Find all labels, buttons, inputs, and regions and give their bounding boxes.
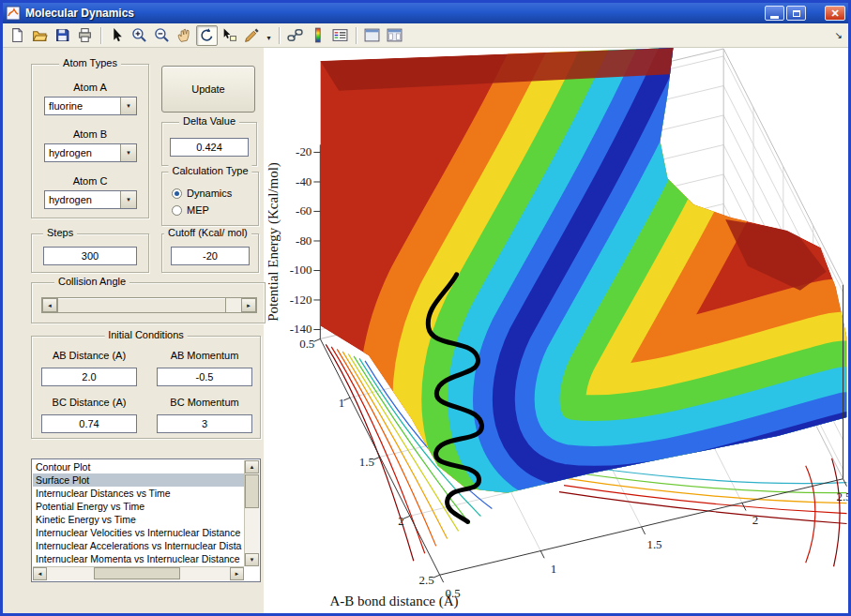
atom-b-select[interactable]: hydrogen ▼ bbox=[44, 143, 137, 162]
calculation-type-legend: Calculation Type bbox=[168, 165, 251, 176]
zoom-in-button[interactable] bbox=[129, 25, 150, 46]
arrow-up-icon: ▲ bbox=[250, 464, 255, 470]
app-icon bbox=[6, 6, 21, 21]
atom-b-selected-value: hydrogen bbox=[45, 144, 120, 161]
brush-data-button[interactable] bbox=[241, 25, 263, 46]
title-bar[interactable]: Molecular Dynamics ✕ bbox=[3, 3, 848, 23]
list-item[interactable]: Potential Energy vs Time bbox=[33, 500, 244, 513]
horizontal-scrollbar[interactable]: ◄ ► bbox=[33, 566, 244, 580]
open-file-button[interactable] bbox=[29, 25, 51, 46]
cutoff-legend: Cutoff (Kcal/ mol) bbox=[164, 227, 251, 238]
data-cursor-icon bbox=[221, 27, 237, 43]
atom-c-select[interactable]: hydrogen ▼ bbox=[44, 190, 137, 209]
atom-c-label: Atom C bbox=[32, 175, 148, 187]
cutoff-group: Cutoff (Kcal/ mol) bbox=[161, 233, 259, 273]
atom-a-select[interactable]: fluorine ▼ bbox=[44, 97, 137, 115]
bc-tick: 0.5 bbox=[299, 337, 314, 351]
toolbar-separator bbox=[356, 27, 357, 44]
close-button[interactable]: ✕ bbox=[825, 6, 845, 21]
surface-plot-canvas[interactable]: -20 -40 -60 -80 -100 -120 -140 0.5 1 1.5… bbox=[281, 48, 848, 613]
ab-tick: 1 bbox=[551, 562, 556, 576]
scroll-up-button[interactable]: ▲ bbox=[245, 460, 259, 473]
rotate-3d-button[interactable] bbox=[196, 25, 218, 46]
slider-track[interactable] bbox=[57, 298, 241, 312]
radio-dynamics[interactable]: Dynamics bbox=[172, 188, 232, 199]
toolbar-separator bbox=[100, 27, 101, 44]
scroll-left-button[interactable]: ◄ bbox=[33, 567, 47, 580]
ab-distance-input[interactable] bbox=[41, 368, 137, 386]
save-figure-button[interactable] bbox=[52, 25, 73, 46]
insert-colorbar-button[interactable] bbox=[307, 25, 328, 46]
insert-legend-button[interactable] bbox=[329, 25, 351, 46]
bc-momentum-input[interactable] bbox=[157, 414, 252, 433]
printer-icon bbox=[77, 27, 93, 43]
list-item[interactable]: Internuclear Accelerations vs Internucle… bbox=[33, 539, 244, 552]
ab-tick: 2 bbox=[752, 513, 758, 527]
cutoff-input[interactable] bbox=[171, 247, 250, 265]
zoom-out-icon bbox=[154, 27, 170, 43]
vertical-scroll-thumb[interactable] bbox=[245, 474, 259, 508]
app-window: Molecular Dynamics ✕ ▾ ↘ bbox=[0, 0, 851, 616]
brush-menu-arrow[interactable]: ▾ bbox=[264, 25, 274, 46]
scroll-right-button[interactable]: ► bbox=[230, 567, 244, 580]
minimize-icon bbox=[770, 16, 779, 19]
vertical-scrollbar[interactable]: ▲ ▼ bbox=[244, 460, 259, 566]
steps-input[interactable] bbox=[43, 247, 137, 265]
bc-tick: 2 bbox=[398, 514, 403, 528]
figure-toolbar: ▾ ↘ bbox=[3, 23, 848, 48]
list-item[interactable]: Internuclear Momenta vs Internuclear Dis… bbox=[33, 552, 244, 565]
window-title: Molecular Dynamics bbox=[25, 7, 134, 20]
window-controls: ✕ bbox=[765, 6, 845, 21]
list-item[interactable]: Internuclear Velocities vs Internuclear … bbox=[33, 526, 244, 539]
minimize-button[interactable] bbox=[765, 6, 784, 21]
arrow-right-icon: ► bbox=[246, 303, 251, 308]
delta-value-input[interactable] bbox=[170, 138, 249, 157]
radio-mep[interactable]: MEP bbox=[172, 204, 209, 216]
list-item-selected[interactable]: Surface Plot bbox=[33, 473, 244, 487]
scroll-down-button[interactable]: ▼ bbox=[245, 553, 259, 566]
calculation-type-group: Calculation Type Dynamics MEP bbox=[161, 172, 259, 226]
hide-plot-tools-button[interactable] bbox=[361, 25, 383, 46]
pan-button[interactable] bbox=[174, 25, 195, 46]
new-figure-button[interactable] bbox=[7, 25, 28, 46]
delta-value-legend: Delta Value bbox=[179, 115, 239, 127]
list-item[interactable]: Contour Plot bbox=[33, 460, 244, 473]
update-button[interactable]: Update bbox=[161, 66, 255, 113]
collision-angle-slider[interactable]: ◄ ► bbox=[41, 297, 257, 313]
ab-momentum-input[interactable] bbox=[157, 368, 252, 386]
zoom-out-button[interactable] bbox=[151, 25, 173, 46]
y-axis-label: Potential Energy (Kcal/mol) bbox=[266, 148, 281, 336]
horizontal-scroll-track[interactable] bbox=[47, 567, 230, 580]
z-axis-tick-labels: -20 -40 -60 -80 -100 -120 -140 bbox=[290, 144, 312, 336]
bc-momentum-label: BC Momentum bbox=[149, 397, 260, 408]
link-plot-button[interactable] bbox=[284, 25, 306, 46]
horizontal-scroll-thumb[interactable] bbox=[94, 567, 180, 579]
dynamics-radio-label: Dynamics bbox=[187, 188, 232, 199]
z-tick: -120 bbox=[290, 293, 312, 307]
new-document-icon bbox=[9, 27, 25, 43]
toolbar-overflow-arrow[interactable]: ↘ bbox=[835, 30, 844, 40]
restore-button[interactable] bbox=[786, 6, 806, 21]
chevron-down-icon: ▾ bbox=[266, 34, 270, 42]
show-plot-tools-button[interactable] bbox=[384, 25, 405, 46]
bc-tick: 1.5 bbox=[359, 455, 374, 469]
edit-plot-button[interactable] bbox=[106, 25, 128, 46]
chevron-down-icon: ▼ bbox=[120, 191, 136, 208]
print-figure-button[interactable] bbox=[74, 25, 96, 46]
slider-right-arrow[interactable]: ► bbox=[241, 298, 256, 312]
slider-left-arrow[interactable]: ◄ bbox=[42, 298, 57, 312]
list-item[interactable]: Internuclear Distances vs Time bbox=[33, 487, 244, 500]
slider-thumb[interactable] bbox=[57, 298, 226, 312]
mep-radio-label: MEP bbox=[187, 204, 209, 216]
data-cursor-button[interactable] bbox=[219, 25, 240, 46]
arrow-left-icon: ◄ bbox=[47, 303, 53, 308]
atom-types-group: Atom Types Atom A fluorine ▼ Atom B hydr… bbox=[31, 64, 149, 218]
restore-icon bbox=[793, 10, 800, 17]
plot-type-list: Contour Plot Surface Plot Internuclear D… bbox=[33, 460, 244, 566]
plot-type-listbox[interactable]: Contour Plot Surface Plot Internuclear D… bbox=[31, 458, 261, 582]
z-tick: -80 bbox=[296, 233, 312, 248]
close-icon: ✕ bbox=[830, 8, 839, 19]
bc-distance-input[interactable] bbox=[41, 414, 137, 433]
collision-angle-group: Collision Angle ◄ ► bbox=[31, 282, 266, 323]
list-item[interactable]: Kinetic Energy vs Time bbox=[33, 513, 244, 526]
